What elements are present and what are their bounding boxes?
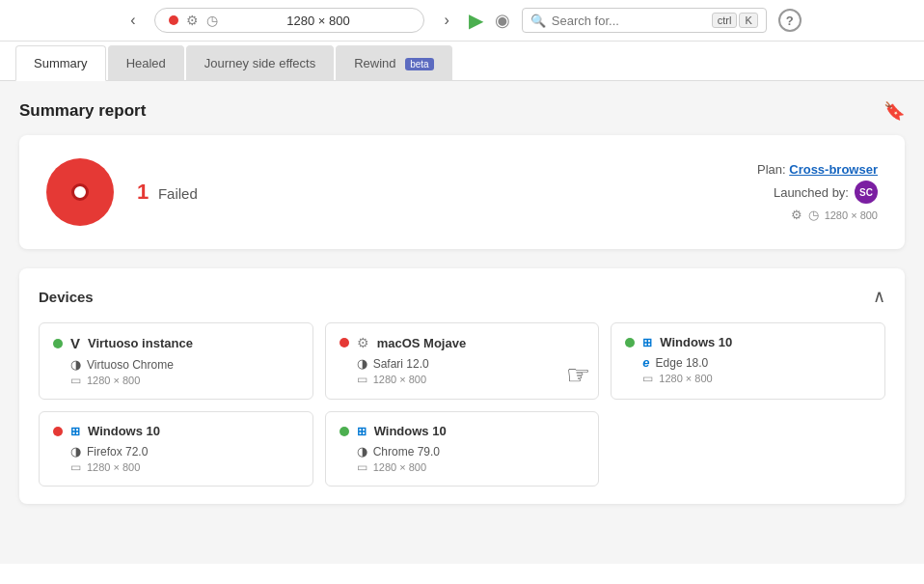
plan-line: Plan: Cross-browser: [757, 162, 878, 177]
resolution-icon: ▭: [642, 372, 653, 385]
tab-healed[interactable]: Healed: [108, 45, 184, 80]
env-resolution: 1280 × 800: [825, 209, 878, 221]
record-button[interactable]: ◉: [495, 10, 510, 31]
resolution: 1280 × 800: [87, 375, 140, 386]
browser-icon: ◑: [357, 356, 367, 371]
device-header: ⊞ Windows 10: [625, 335, 871, 349]
bookmark-icon: 🔖: [883, 100, 905, 122]
help-button[interactable]: ?: [778, 9, 802, 32]
status-dot-red: [340, 338, 349, 348]
device-header: V Virtuoso instance: [53, 335, 299, 351]
devices-title: Devices: [39, 289, 94, 305]
resolution-icon: ▭: [357, 373, 367, 386]
os-icon-macos: ⚙: [357, 335, 369, 350]
fail-label: Failed: [158, 185, 198, 202]
resolution-icon: ▭: [357, 460, 367, 474]
summary-card: 1 Failed Plan: Cross-browser Launched by…: [19, 135, 905, 249]
browser-name: Chrome 79.0: [373, 445, 440, 459]
launched-line: Launched by: SC: [757, 181, 878, 204]
browser-icon-firefox: ◑: [70, 444, 81, 459]
device-card-macos[interactable]: ⚙ macOS Mojave ◑ Safari 12.0 ▭ 1280 × 80…: [325, 322, 600, 400]
resolution-icon: ▭: [70, 460, 81, 474]
plan-link[interactable]: Cross-browser: [789, 162, 878, 177]
browser-name: Edge 18.0: [656, 356, 709, 370]
device-header: ⚙ macOS Mojave: [340, 335, 585, 350]
status-dot-red: [53, 427, 63, 436]
resolution: 1280 × 800: [373, 461, 426, 473]
tabs-bar: Summary Healed Journey side effects Rewi…: [0, 42, 924, 81]
collapse-button[interactable]: ∧: [873, 286, 885, 307]
devices-grid: V Virtuoso instance ◑ Virtuoso Chrome ▭ …: [39, 322, 885, 487]
device-header: ⊞ Windows 10: [340, 424, 585, 438]
resolution-icon: ▭: [70, 374, 81, 387]
os-icon-windows2: ⊞: [70, 425, 80, 438]
devices-header: Devices ∧: [39, 286, 885, 307]
status-dot-green: [53, 339, 63, 348]
env-clock-icon: ◷: [808, 208, 819, 222]
gear-icon: ⚙: [186, 13, 199, 28]
env-gear-icon: ⚙: [791, 208, 802, 222]
search-input[interactable]: [552, 14, 706, 28]
device-name: Virtuoso instance: [88, 336, 193, 350]
summary-left: 1 Failed: [46, 158, 198, 226]
url-resolution: 1280 × 800: [226, 14, 410, 28]
search-box: 🔍 ctrl K: [522, 8, 767, 33]
keyboard-shortcut: ctrl K: [712, 13, 758, 28]
status-dot-green: [625, 338, 635, 348]
play-button[interactable]: ▶: [469, 9, 483, 32]
clock-icon: ◷: [206, 13, 218, 28]
beta-badge: beta: [405, 58, 433, 70]
section-title: Summary report: [19, 101, 146, 121]
url-bar: ⚙ ◷ 1280 × 800: [154, 8, 424, 33]
section-header: Summary report 🔖: [19, 100, 905, 122]
summary-right: Plan: Cross-browser Launched by: SC ⚙ ◷ …: [757, 162, 878, 222]
device-card-virtuoso[interactable]: V Virtuoso instance ◑ Virtuoso Chrome ▭ …: [39, 322, 313, 400]
browser-row: ◑ Firefox 72.0: [70, 444, 299, 459]
resolution: 1280 × 800: [659, 373, 712, 384]
status-dot-green: [340, 427, 349, 436]
browser-name: Firefox 72.0: [87, 445, 148, 459]
record-dot: [169, 15, 178, 25]
resolution-row: ▭ 1280 × 800: [642, 372, 871, 385]
tab-journey-side-effects[interactable]: Journey side effects: [186, 45, 334, 80]
resolution: 1280 × 800: [87, 461, 140, 473]
ctrl-key: ctrl: [712, 13, 738, 28]
device-name: macOS Mojave: [377, 336, 467, 350]
fail-count: 1: [137, 180, 149, 204]
resolution-row: ▭ 1280 × 800: [70, 460, 299, 474]
os-icon-virtuoso: V: [70, 335, 80, 351]
resolution-row: ▭ 1280 × 800: [357, 373, 585, 386]
device-name: Windows 10: [88, 424, 160, 438]
browser-row: ◑ Chrome 79.0: [357, 444, 585, 459]
search-icon: 🔍: [530, 14, 546, 28]
browser-icon-chrome: ◑: [357, 444, 367, 459]
fail-circle-inner: [71, 183, 89, 201]
browser-row: e Edge 18.0: [642, 355, 871, 370]
avatar: SC: [855, 181, 878, 204]
device-card-windows-chrome[interactable]: ⊞ Windows 10 ◑ Chrome 79.0 ▭ 1280 × 800: [325, 411, 600, 487]
back-button[interactable]: ‹: [122, 8, 143, 33]
device-card-windows-edge[interactable]: ⊞ Windows 10 e Edge 18.0 ▭ 1280 × 800: [611, 322, 885, 400]
browser-icon: ◑: [70, 357, 81, 372]
env-line: ⚙ ◷ 1280 × 800: [757, 208, 878, 222]
forward-button[interactable]: ›: [436, 8, 456, 33]
device-name: Windows 10: [660, 335, 732, 349]
fail-count-block: 1 Failed: [137, 180, 198, 205]
devices-section: Devices ∧ V Virtuoso instance ◑ Virtuoso…: [19, 268, 905, 504]
browser-row: ◑ Safari 12.0: [357, 356, 585, 371]
k-key: K: [739, 13, 757, 28]
device-name: Windows 10: [374, 424, 447, 438]
cursor-pointer-icon: ☞: [566, 359, 590, 391]
browser-name: Safari 12.0: [373, 357, 429, 371]
resolution: 1280 × 800: [373, 374, 426, 385]
device-card-windows-firefox[interactable]: ⊞ Windows 10 ◑ Firefox 72.0 ▭ 1280 × 800: [39, 411, 313, 487]
resolution-row: ▭ 1280 × 800: [357, 460, 585, 474]
tab-rewind[interactable]: Rewind beta: [336, 45, 451, 80]
toolbar: ‹ ⚙ ◷ 1280 × 800 › ▶ ◉ 🔍 ctrl K ?: [0, 0, 924, 42]
browser-name: Virtuoso Chrome: [87, 358, 174, 372]
tab-summary[interactable]: Summary: [15, 45, 106, 81]
fail-circle: [46, 158, 114, 226]
browser-icon-edge: e: [642, 355, 649, 370]
device-header: ⊞ Windows 10: [53, 424, 299, 438]
browser-row: ◑ Virtuoso Chrome: [70, 357, 299, 372]
